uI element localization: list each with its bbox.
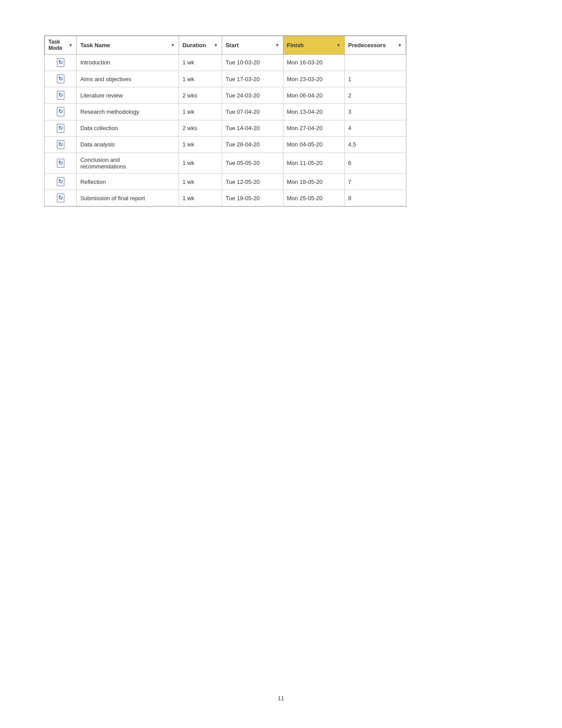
table-row: ↻Reflection1 wkTue 12-05-20Mon 18-05-207 (45, 173, 406, 190)
finish-cell: Mon 04-05-20 (283, 136, 344, 153)
predecessors-cell: 7 (344, 173, 406, 190)
start-cell: Tue 14-04-20 (222, 120, 283, 136)
finish-cell: Mon 16-03-20 (283, 54, 344, 71)
duration-cell: 2 wks (179, 87, 222, 104)
start-cell: Tue 19-05-20 (222, 190, 283, 206)
col-label-start: Start (226, 42, 239, 49)
table-row: ↻Introduction1 wkTue 10-03-20Mon 16-03-2… (45, 54, 406, 71)
task-name-cell: Conclusion andrecommendations (77, 153, 179, 173)
task-mode-cell: ↻ (45, 190, 77, 206)
finish-cell: Mon 11-05-20 (283, 153, 344, 173)
task-mode-cell: ↻ (45, 87, 77, 104)
sort-arrow-predecessors[interactable]: ▼ (398, 43, 402, 48)
task-mode-cell: ↻ (45, 71, 77, 87)
task-mode-icon: ↻ (57, 124, 64, 133)
predecessors-cell: 4,5 (344, 136, 406, 153)
task-mode-icon: ↻ (57, 91, 64, 100)
duration-cell: 1 wk (179, 104, 222, 120)
task-mode-cell: ↻ (45, 173, 77, 190)
task-name-cell: Aims and objectives (77, 71, 179, 87)
task-mode-icon: ↻ (57, 140, 64, 149)
col-header-finish[interactable]: Finish ▼ (283, 36, 344, 55)
col-header-start[interactable]: Start ▼ (222, 36, 283, 55)
task-name-cell: Research methodology (77, 104, 179, 120)
sort-arrow-start[interactable]: ▼ (275, 43, 279, 48)
task-mode-icon: ↻ (57, 58, 64, 67)
task-mode-cell: ↻ (45, 104, 77, 120)
task-name-cell: Introduction (77, 54, 179, 71)
start-cell: Tue 05-05-20 (222, 153, 283, 173)
duration-cell: 1 wk (179, 54, 222, 71)
task-name-text: Conclusion and (80, 157, 120, 163)
task-mode-icon: ↻ (57, 159, 64, 168)
task-mode-cell: ↻ (45, 54, 77, 71)
predecessors-cell: 8 (344, 190, 406, 206)
finish-cell: Mon 27-04-20 (283, 120, 344, 136)
table-row: ↻Data analysis1 wkTue 28-04-20Mon 04-05-… (45, 136, 406, 153)
table-row: ↻Research methodology1 wkTue 07-04-20Mon… (45, 104, 406, 120)
predecessors-cell (344, 54, 406, 71)
start-cell: Tue 07-04-20 (222, 104, 283, 120)
task-name-text: recommendations (80, 163, 126, 170)
finish-cell: Mon 06-04-20 (283, 87, 344, 104)
start-cell: Tue 17-03-20 (222, 71, 283, 87)
start-cell: Tue 10-03-20 (222, 54, 283, 71)
table-row: ↻Data collection2 wksTue 14-04-20Mon 27-… (45, 120, 406, 136)
duration-cell: 1 wk (179, 173, 222, 190)
predecessors-cell: 6 (344, 153, 406, 173)
col-label-predecessors: Predecessors (348, 42, 386, 49)
task-mode-icon: ↻ (57, 194, 64, 202)
table-row: ↻Aims and objectives1 wkTue 17-03-20Mon … (45, 71, 406, 87)
start-cell: Tue 24-03-20 (222, 87, 283, 104)
task-mode-icon: ↻ (57, 75, 64, 83)
sort-arrow-finish[interactable]: ▼ (336, 43, 341, 48)
task-mode-cell: ↻ (45, 120, 77, 136)
duration-cell: 1 wk (179, 190, 222, 206)
table-row: ↻Conclusion andrecommendations1 wkTue 05… (45, 153, 406, 173)
task-name-cell: Data analysis (77, 136, 179, 153)
col-label-task-mode: TaskMode (48, 39, 62, 52)
col-header-task-mode[interactable]: TaskMode ▼ (45, 36, 77, 55)
predecessors-cell: 4 (344, 120, 406, 136)
page-container: TaskMode ▼ Task Name ▼ Duration ▼ (0, 0, 562, 243)
col-label-task-name: Task Name (80, 42, 110, 49)
start-cell: Tue 28-04-20 (222, 136, 283, 153)
finish-cell: Mon 13-04-20 (283, 104, 344, 120)
task-mode-icon: ↻ (57, 177, 64, 186)
page-number: 11 (278, 695, 284, 702)
duration-cell: 1 wk (179, 136, 222, 153)
sort-arrow-task-mode[interactable]: ▼ (68, 43, 73, 48)
table-row: ↻Submission of final report1 wkTue 19-05… (45, 190, 406, 206)
table-header-row: TaskMode ▼ Task Name ▼ Duration ▼ (45, 36, 406, 55)
gantt-table-wrapper: TaskMode ▼ Task Name ▼ Duration ▼ (44, 35, 406, 207)
duration-cell: 1 wk (179, 153, 222, 173)
col-header-duration[interactable]: Duration ▼ (179, 36, 222, 55)
task-name-cell: Submission of final report (77, 190, 179, 206)
duration-cell: 1 wk (179, 71, 222, 87)
task-mode-cell: ↻ (45, 153, 77, 173)
predecessors-cell: 3 (344, 104, 406, 120)
predecessors-cell: 1 (344, 71, 406, 87)
task-mode-cell: ↻ (45, 136, 77, 153)
finish-cell: Mon 18-05-20 (283, 173, 344, 190)
col-label-finish: Finish (287, 42, 304, 49)
start-cell: Tue 12-05-20 (222, 173, 283, 190)
predecessors-cell: 2 (344, 87, 406, 104)
task-name-cell: Data collection (77, 120, 179, 136)
col-header-predecessors[interactable]: Predecessors ▼ (344, 36, 406, 55)
task-name-cell: Reflection (77, 173, 179, 190)
task-name-cell: Literature review (77, 87, 179, 104)
gantt-table: TaskMode ▼ Task Name ▼ Duration ▼ (45, 36, 406, 206)
task-mode-icon: ↻ (57, 107, 64, 116)
table-row: ↻Literature review2 wksTue 24-03-20Mon 0… (45, 87, 406, 104)
col-label-duration: Duration (182, 42, 206, 49)
duration-cell: 2 wks (179, 120, 222, 136)
col-header-task-name[interactable]: Task Name ▼ (77, 36, 179, 55)
sort-arrow-task-name[interactable]: ▼ (171, 43, 175, 48)
finish-cell: Mon 23-03-20 (283, 71, 344, 87)
finish-cell: Mon 25-05-20 (283, 190, 344, 206)
sort-arrow-duration[interactable]: ▼ (214, 43, 218, 48)
